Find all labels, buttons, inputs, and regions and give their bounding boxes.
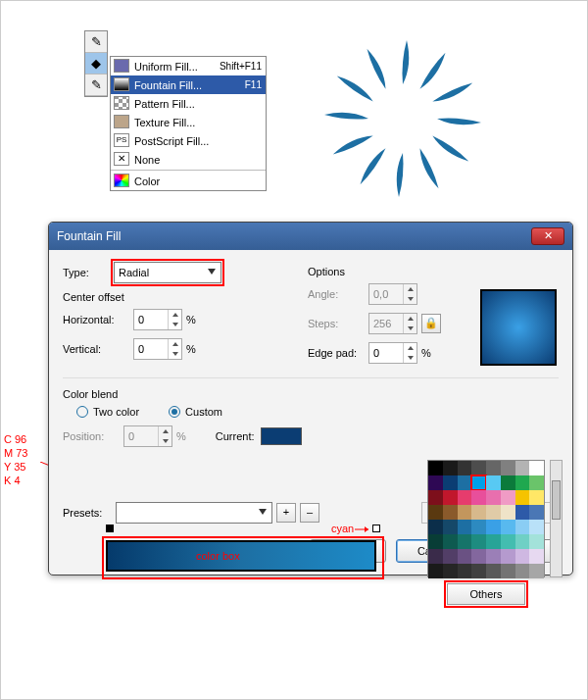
palette-swatch[interactable]	[529, 505, 544, 520]
palette-swatch[interactable]	[471, 520, 486, 534]
palette-swatch[interactable]	[471, 461, 486, 475]
presets-dropdown[interactable]	[116, 502, 272, 524]
palette-swatch[interactable]	[443, 549, 458, 564]
palette-swatch[interactable]	[515, 549, 530, 564]
menu-none[interactable]: ✕ None	[111, 150, 266, 169]
others-button[interactable]: Others	[447, 583, 525, 605]
palette-swatch[interactable]	[458, 461, 472, 475]
menu-color[interactable]: Color	[111, 172, 266, 190]
palette-swatch[interactable]	[501, 461, 515, 475]
dialog-titlebar[interactable]: Fountain Fill ✕	[49, 223, 572, 250]
palette-scrollbar[interactable]	[550, 460, 563, 577]
lock-button[interactable]: 🔒	[421, 314, 441, 333]
spinner-icon[interactable]	[168, 310, 181, 329]
gradient-marker-end[interactable]	[372, 525, 380, 532]
palette-swatch[interactable]	[501, 490, 515, 505]
palette-swatch[interactable]	[428, 490, 443, 505]
palette-swatch[interactable]	[529, 564, 544, 578]
palette-swatch[interactable]	[501, 534, 515, 549]
palette-swatch[interactable]	[428, 505, 443, 520]
palette-swatch[interactable]	[458, 475, 472, 490]
close-button[interactable]: ✕	[531, 227, 564, 245]
menu-uniform-fill[interactable]: Uniform Fill... Shift+F11	[111, 57, 266, 75]
dropper-tool[interactable]: ✎	[85, 75, 107, 96]
current-label: Current:	[216, 430, 255, 442]
palette-swatch[interactable]	[529, 534, 544, 549]
palette-swatch[interactable]	[486, 549, 501, 564]
type-dropdown[interactable]: Radial	[114, 262, 221, 283]
palette-swatch[interactable]	[501, 549, 515, 564]
palette-swatch[interactable]	[529, 549, 544, 564]
horizontal-input[interactable]: 0	[133, 309, 182, 330]
palette-swatch[interactable]	[486, 564, 501, 578]
palette-swatch[interactable]	[443, 475, 458, 490]
palette-swatch[interactable]	[501, 564, 515, 578]
edgepad-input[interactable]: 0	[368, 342, 417, 364]
palette-swatch[interactable]	[471, 505, 486, 520]
palette-swatch[interactable]	[458, 520, 472, 534]
palette-swatch[interactable]	[443, 461, 458, 475]
palette-swatch[interactable]	[529, 475, 544, 490]
palette-swatch[interactable]	[515, 534, 530, 549]
menu-texture-fill[interactable]: Texture Fill...	[111, 113, 266, 131]
vertical-input[interactable]: 0	[133, 338, 182, 360]
palette-swatch[interactable]	[486, 505, 501, 520]
palette-swatch[interactable]	[471, 475, 486, 490]
palette-swatch[interactable]	[515, 564, 530, 578]
palette-swatch[interactable]	[471, 564, 486, 578]
palette-swatch[interactable]	[458, 564, 472, 578]
menu-item-label: Pattern Fill...	[134, 98, 195, 110]
palette-swatch[interactable]	[443, 520, 458, 534]
palette-swatch[interactable]	[501, 475, 515, 490]
palette-swatch[interactable]	[529, 461, 544, 475]
palette-swatch[interactable]	[501, 520, 515, 534]
uniform-fill-icon	[114, 59, 129, 73]
twocolor-radio[interactable]	[76, 406, 88, 418]
postscript-fill-icon: PS	[114, 133, 129, 147]
gradient-preview-bar[interactable]	[106, 540, 376, 572]
palette-swatch[interactable]	[486, 461, 501, 475]
palette-swatch[interactable]	[428, 475, 443, 490]
palette-swatch[interactable]	[458, 534, 472, 549]
palette-swatch[interactable]	[471, 490, 486, 505]
palette-swatch[interactable]	[515, 505, 530, 520]
spinner-icon[interactable]	[168, 339, 181, 359]
palette-swatch[interactable]	[458, 490, 472, 505]
palette-swatch[interactable]	[443, 534, 458, 549]
gradient-marker-start[interactable]	[106, 525, 114, 532]
palette-swatch[interactable]	[515, 475, 530, 490]
cmyk-annotation: C 96 M 73 Y 35 K 4	[4, 432, 27, 487]
palette-swatch[interactable]	[443, 490, 458, 505]
palette-swatch[interactable]	[529, 520, 544, 534]
palette-swatch[interactable]	[458, 505, 472, 520]
menu-pattern-fill[interactable]: Pattern Fill...	[111, 94, 266, 113]
palette-swatch[interactable]	[515, 490, 530, 505]
palette-swatch[interactable]	[428, 461, 443, 475]
palette-swatch[interactable]	[458, 549, 472, 564]
palette-swatch[interactable]	[515, 461, 530, 475]
palette-swatch[interactable]	[428, 549, 443, 564]
palette-swatch[interactable]	[529, 490, 544, 505]
palette-swatch[interactable]	[486, 490, 501, 505]
palette-swatch[interactable]	[486, 534, 501, 549]
custom-radio[interactable]	[169, 406, 180, 418]
preset-remove-button[interactable]: –	[300, 503, 319, 523]
scroll-thumb[interactable]	[552, 480, 561, 520]
palette-swatch[interactable]	[428, 534, 443, 549]
palette-swatch[interactable]	[486, 475, 501, 490]
palette-swatch[interactable]	[471, 549, 486, 564]
menu-postscript-fill[interactable]: PS PostScript Fill...	[111, 131, 266, 150]
palette-swatch[interactable]	[471, 534, 486, 549]
palette-swatch[interactable]	[515, 520, 530, 534]
palette-swatch[interactable]	[501, 505, 515, 520]
preset-add-button[interactable]: +	[276, 503, 296, 523]
palette-swatch[interactable]	[428, 564, 443, 578]
palette-swatch[interactable]	[443, 564, 458, 578]
palette-swatch[interactable]	[428, 520, 443, 534]
palette-swatch[interactable]	[486, 520, 501, 534]
palette-swatch[interactable]	[443, 505, 458, 520]
smear-tool[interactable]: ✎	[85, 31, 107, 53]
spinner-icon[interactable]	[403, 343, 416, 363]
menu-fountain-fill[interactable]: Fountain Fill... F11	[111, 75, 266, 94]
fill-tool[interactable]: ◆	[85, 53, 107, 75]
